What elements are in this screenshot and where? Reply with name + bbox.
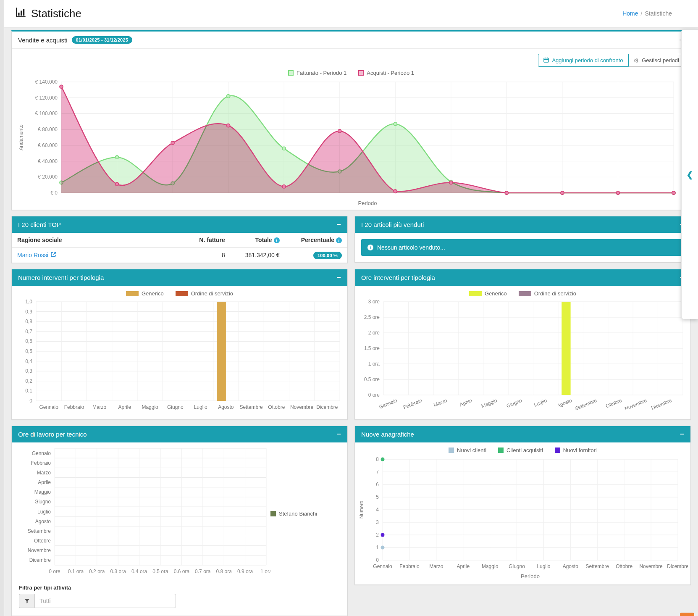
legend-item[interactable]: Acquisti - Periodo 1 (358, 70, 414, 76)
svg-text:Gennaio: Gennaio (378, 398, 399, 410)
legend-item[interactable]: Ordine di servizio (176, 290, 233, 297)
svg-text:0,4: 0,4 (25, 358, 32, 364)
svg-text:0.3 ora: 0.3 ora (110, 569, 126, 574)
svg-text:0,3: 0,3 (25, 368, 32, 374)
svg-text:Ottobre: Ottobre (268, 404, 285, 410)
info-icon[interactable]: i (336, 237, 342, 243)
anagrafiche-chart: 876543210GennaioFebbraioMarzoAprileMaggi… (357, 455, 688, 581)
legend-item[interactable]: Ordine di servizio (519, 290, 576, 297)
ore-interventi-chart: 3 ore2.5 ore2 ore1.5 ore1 ora0.5 ore0 or… (357, 298, 688, 416)
left-gutter (0, 0, 4, 616)
ore-interventi-panel: Ore interventi per tipologia − GenericoO… (354, 269, 691, 420)
legend-label: Fatturato - Periodo 1 (297, 70, 346, 76)
svg-text:Aprile: Aprile (457, 563, 470, 569)
svg-text:0,7: 0,7 (25, 329, 32, 334)
svg-text:Gennaio: Gennaio (32, 450, 51, 456)
svg-text:7: 7 (376, 469, 379, 475)
svg-text:Novembre: Novembre (28, 548, 51, 553)
svg-text:6: 6 (376, 482, 379, 487)
breadcrumb-current: Statistiche (645, 10, 672, 17)
legend-swatch (498, 448, 504, 453)
svg-text:Settembre: Settembre (574, 398, 598, 412)
floating-action-button-partial[interactable] (680, 613, 694, 616)
svg-text:Agosto: Agosto (218, 404, 234, 410)
legend-swatch (270, 511, 276, 516)
bar-chart-icon (15, 7, 26, 20)
col-percentuale: Percentuale i (285, 233, 347, 247)
date-range-badge: 01/01/2025 - 31/12/2025 (72, 36, 132, 44)
svg-text:€ 100.000: € 100.000 (35, 111, 58, 116)
legend-label: Clienti acquisiti (506, 447, 543, 453)
legend-item[interactable]: Stefano Bianchi (270, 511, 317, 517)
ore-interventi-legend: GenericoOrdine di servizio (357, 287, 688, 298)
legend-item[interactable]: Nuovi fornitori (555, 447, 597, 453)
cell-n-fatture: 8 (186, 247, 230, 263)
svg-text:0.4 ora: 0.4 ora (131, 569, 147, 574)
legend-item[interactable]: Generico (126, 290, 164, 297)
legend-item[interactable]: Fatturato - Periodo 1 (288, 70, 346, 76)
gear-icon: ⚙ (634, 58, 639, 63)
svg-text:€ 140.000: € 140.000 (35, 79, 58, 85)
svg-text:0.1 ora: 0.1 ora (68, 569, 84, 574)
ore-lavoro-panel: Ore di lavoro per tecnico − GennaioFebbr… (11, 426, 348, 616)
svg-text:0: 0 (29, 398, 32, 404)
svg-text:Luglio: Luglio (533, 398, 548, 408)
filter-icon (19, 594, 34, 608)
numero-interventi-panel: Numero interventi per tipologia − Generi… (11, 269, 348, 420)
filter-label: Filtra per tipi attività (19, 584, 340, 591)
svg-text:Agosto: Agosto (35, 519, 51, 524)
svg-text:Settembre: Settembre (586, 563, 609, 569)
svg-text:€ 20.000: € 20.000 (38, 174, 58, 180)
svg-text:Maggio: Maggio (480, 398, 498, 409)
svg-text:€ 60.000: € 60.000 (38, 142, 58, 148)
svg-text:Aprile: Aprile (38, 479, 51, 485)
vendite-chart-legend: Fatturato - Periodo 1Acquisti - Periodo … (16, 67, 686, 78)
svg-text:Settembre: Settembre (239, 404, 263, 410)
svg-text:€ 120.000: € 120.000 (35, 95, 58, 101)
breadcrumb: Home/Statistiche (622, 10, 672, 17)
legend-item[interactable]: Clienti acquisiti (498, 447, 543, 453)
legend-swatch (288, 70, 294, 76)
drawer-toggle-button[interactable]: ❮ (687, 170, 693, 179)
svg-text:Dicembre: Dicembre (316, 404, 338, 410)
breadcrumb-home-link[interactable]: Home (622, 10, 638, 17)
empty-state-text: Nessun articolo venduto... (377, 244, 445, 251)
svg-text:Periodo: Periodo (358, 200, 377, 206)
client-link[interactable]: Mario Rossi (17, 252, 56, 258)
svg-text:0 ore: 0 ore (368, 392, 380, 398)
svg-text:Maggio: Maggio (34, 489, 51, 495)
svg-text:Ottobre: Ottobre (616, 563, 632, 569)
activity-filter-input[interactable] (34, 594, 176, 608)
svg-text:Marzo: Marzo (433, 398, 448, 408)
legend-item[interactable]: Nuovi clienti (449, 447, 486, 453)
svg-text:Giugno: Giugno (167, 404, 184, 410)
legend-label: Stefano Bianchi (279, 511, 317, 517)
svg-text:Settembre: Settembre (28, 528, 51, 534)
svg-text:0,1: 0,1 (25, 388, 32, 394)
svg-text:Novembre: Novembre (639, 563, 663, 569)
svg-text:Marzo: Marzo (37, 470, 51, 476)
manage-periods-button[interactable]: ⚙ Gestisci periodi (629, 54, 685, 67)
ore-interventi-title: Ore interventi per tipologia (361, 274, 435, 281)
chevron-left-icon: ❮ (687, 170, 693, 179)
collapse-button[interactable]: − (337, 221, 341, 228)
svg-text:Maggio: Maggio (142, 404, 158, 410)
percentage-badge: 100,00 % (313, 252, 342, 259)
svg-text:Andamento: Andamento (18, 124, 24, 150)
svg-text:0.2 ora: 0.2 ora (89, 569, 105, 574)
svg-text:Febbraio: Febbraio (31, 460, 51, 466)
external-link-icon (51, 252, 56, 258)
svg-text:€ 0: € 0 (50, 190, 58, 196)
collapse-button[interactable]: − (337, 274, 341, 281)
svg-text:0: 0 (376, 557, 379, 563)
add-comparison-period-button[interactable]: Aggiungi periodo di confronto (538, 54, 628, 67)
info-icon[interactable]: i (274, 237, 280, 243)
svg-text:Luglio: Luglio (194, 404, 207, 410)
collapse-button[interactable]: − (337, 431, 341, 438)
legend-swatch (449, 448, 454, 453)
legend-swatch (358, 70, 364, 76)
collapse-button[interactable]: − (680, 431, 684, 438)
legend-item[interactable]: Generico (469, 290, 507, 297)
legend-swatch (469, 291, 482, 296)
legend-label: Ordine di servizio (534, 290, 576, 297)
